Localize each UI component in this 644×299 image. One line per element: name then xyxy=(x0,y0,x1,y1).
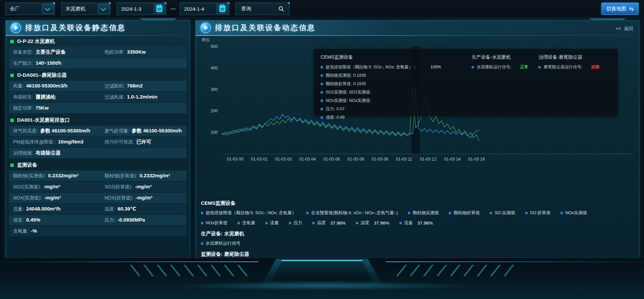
field-value: 覆膜涤纶 xyxy=(36,94,56,100)
field-value: -% xyxy=(31,228,37,234)
back-chevrons-icon: << xyxy=(616,26,621,32)
field-label: 风量: xyxy=(13,83,24,89)
legend-item[interactable]: 颗粒物折算值 xyxy=(449,210,480,216)
legend-marker-icon xyxy=(321,74,323,77)
tooltip-cems-title: CEMS监测设备 xyxy=(321,54,462,60)
legend-item[interactable]: NOx实测值 xyxy=(560,210,587,216)
legend-item[interactable]: 流量 xyxy=(265,220,279,226)
legend-item-label: 温度 xyxy=(317,220,326,226)
legend-item-label: 流量 xyxy=(270,220,279,226)
tooltip-item: 湿度: 0.49 xyxy=(321,115,462,120)
info-row: 流量:24048.000m³/h温度:60.39℃ xyxy=(9,204,186,214)
legend-item-label: 湿度 xyxy=(361,220,369,226)
green-square-icon xyxy=(10,164,14,167)
y-axis-tick-label: 100 xyxy=(211,130,218,135)
device-select[interactable]: 水泥磨机 xyxy=(61,2,111,15)
section-header: 监测设备 xyxy=(6,159,190,170)
legend-marker-icon xyxy=(265,222,268,224)
field-value: 1.0-1.2m/min xyxy=(127,94,158,100)
legend-item-label: 流速 xyxy=(404,220,413,226)
play-badge-icon xyxy=(200,22,211,33)
field-value: 46100-55300m3/h xyxy=(26,83,67,88)
x-axis-tick-label: 01-03 04 xyxy=(299,157,316,162)
field-label: PM超低排排放限值:: xyxy=(13,139,56,145)
info-row: 湿度:0.45%压力:-0.0930MPa xyxy=(9,215,186,225)
info-cell: 额定功率:75Kw xyxy=(13,105,105,111)
y-axis-tick-label: 300 xyxy=(211,87,218,92)
legend-item[interactable]: 含氧量 xyxy=(237,220,255,226)
chart-tooltip: CEMS监测设备 超低排放限值（颗拉物:5: SOz-; NOx; 含氧量）：1… xyxy=(314,49,618,116)
field-label: 含氧量: xyxy=(13,228,29,234)
x-axis-tick-label: 01-03 12 xyxy=(420,157,436,162)
x-axis-tick-label: 01-03 01 xyxy=(251,157,267,162)
query-button[interactable]: 查询 xyxy=(235,2,290,15)
static-panel-title: 排放口及关联设备静态信息 xyxy=(25,23,126,33)
legend-item[interactable]: 湿度37.96% xyxy=(356,220,389,226)
info-cell: 电机功率:3350Kw xyxy=(105,49,182,55)
info-row: 风量:46100-55300m3/h过滤面积:768m2 xyxy=(9,81,186,91)
legend-row-2: NOx折算值含氧量流量压力温度37.96%湿度37.96%流速37.96% xyxy=(201,220,634,226)
legend-item-value: 37.96% xyxy=(374,221,389,226)
field-label: SO2(折算值): xyxy=(105,184,132,190)
switch-map-button[interactable]: 切换地图 ⇆ xyxy=(601,3,639,15)
legend-item[interactable]: 颗粒物实测值 xyxy=(408,210,439,216)
calendar-icon[interactable] xyxy=(154,4,165,14)
field-value: 3350Kw xyxy=(127,49,146,55)
legend-item[interactable]: 水泥磨机运行信号 xyxy=(201,240,240,246)
footer-center-emblem-inner xyxy=(272,260,372,281)
static-info-list: O-P-22 水泥磨机设备类型:主要生产设备电机功率:3350Kw生产能力:14… xyxy=(6,35,190,236)
chevron-down-icon[interactable] xyxy=(98,4,109,14)
legend-item[interactable]: 企业预警值(颗粒物:4; sOz-; NOx-;含氧气量:-) xyxy=(306,210,398,216)
start-date-input[interactable]: 2024-1-3 xyxy=(117,2,166,15)
footer-decoration xyxy=(0,258,644,299)
tooltip-treatment-label: 磨尾除尘器运行信号: xyxy=(543,64,582,70)
field-value: -mg/m³ xyxy=(136,195,152,200)
field-label: 温度: xyxy=(105,206,115,212)
legend-item[interactable]: SO:实测值 xyxy=(490,210,515,216)
field-label: 过滤风速: xyxy=(105,94,125,100)
info-cell: 生产能力:140~150t/h xyxy=(13,60,105,66)
info-row: SO2(实测值):-mg/m³SO2(折算值):-mg/m³ xyxy=(9,182,186,192)
legend-item[interactable]: 流速37.96% xyxy=(399,220,433,226)
dynamic-info-panel: 排放口及关联设备动态信息 << 返回 单位 01-03 0001-03 0101… xyxy=(195,20,640,259)
static-panel-header: 排放口及关联设备静态信息 xyxy=(6,20,190,35)
legend-item[interactable]: 超低排放限值（颗拉物:5: SOz-; NOx; 含氧量） xyxy=(201,210,296,216)
footer-wing-left xyxy=(130,265,260,276)
legend-marker-icon xyxy=(321,66,323,68)
back-link[interactable]: << 返回 xyxy=(616,26,633,32)
legend-marker-icon xyxy=(237,222,240,224)
field-value: 参数 46100-55300m/h xyxy=(40,128,90,134)
info-cell: PM超低排排放限值::10mg/Nm3 xyxy=(13,139,105,145)
switch-map-label: 切换地图 xyxy=(606,6,627,12)
legend-item[interactable]: 压力 xyxy=(289,220,302,226)
info-cell: 流量:24048.000m³/h xyxy=(13,206,105,212)
end-date-input[interactable]: 2024-1-4 xyxy=(180,2,229,15)
chevron-down-icon[interactable] xyxy=(42,4,54,14)
legend-marker-icon xyxy=(560,212,563,214)
legend-item-label: NOx折算值 xyxy=(206,220,227,226)
section-title: O-P-22 水泥磨机 xyxy=(17,38,55,45)
field-label: NOX(实测值): xyxy=(13,195,42,201)
legend-production-title: 生产设备: 水泥磨机 xyxy=(201,231,634,237)
legend-marker-icon xyxy=(201,212,203,214)
static-info-panel: 排放口及关联设备静态信息 O-P-22 水泥磨机设备类型:主要生产设备电机功率:… xyxy=(5,20,190,259)
plant-select[interactable]: 全厂 xyxy=(5,2,55,15)
section-header: O-P-22 水泥磨机 xyxy=(6,35,190,46)
calendar-icon[interactable] xyxy=(217,4,228,14)
field-value: 0.2332mg/m³ xyxy=(140,173,170,178)
legend-item[interactable]: 温度37.96% xyxy=(312,220,346,226)
info-cell: 压力:-0.0930MPa xyxy=(105,217,182,223)
legend-marker-icon xyxy=(490,212,492,214)
info-cell: 设备类型:主要生产设备 xyxy=(13,49,105,55)
info-row: 排气筒高度:参数 46100-55300m/h废气处理量:参数 46100-55… xyxy=(9,126,186,136)
legend-marker-icon xyxy=(201,242,203,245)
legend-item[interactable]: NOx折算值 xyxy=(201,220,227,226)
status-ok-value: 正常 xyxy=(520,64,528,70)
section-title: O-DA001--磨尾除尘器 xyxy=(17,72,67,78)
x-axis-tick-label: 01-03 09 xyxy=(372,157,388,162)
field-value: 参数 46100-55300m/h xyxy=(132,128,182,134)
legend-marker-icon xyxy=(408,212,410,214)
legend-item[interactable]: SO:折算值 xyxy=(525,210,550,216)
field-value: -mg/m³ xyxy=(44,195,61,200)
swap-arrows-icon: ⇆ xyxy=(629,6,634,12)
